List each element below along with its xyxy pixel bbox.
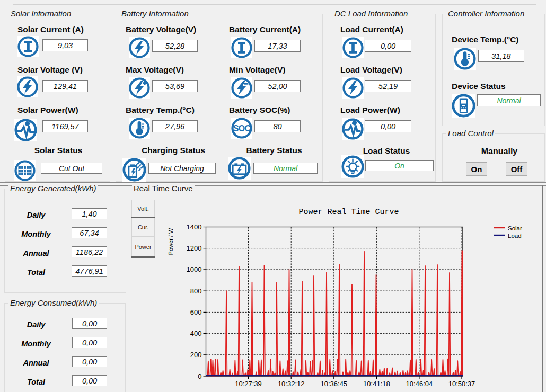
svg-text:10:50:37: 10:50:37 [448, 380, 475, 388]
svg-text:10:27:39: 10:27:39 [235, 380, 262, 388]
svg-text:Load: Load [508, 233, 522, 239]
svg-text:1000: 1000 [187, 265, 202, 273]
svg-text:10:41:18: 10:41:18 [363, 380, 390, 388]
svg-text:800: 800 [190, 287, 202, 295]
svg-text:10:46:04: 10:46:04 [406, 380, 433, 388]
svg-text:200: 200 [190, 351, 202, 359]
svg-text:Power / W: Power / W [168, 228, 174, 255]
svg-text:Solar: Solar [508, 225, 522, 231]
svg-text:10:32:12: 10:32:12 [278, 380, 305, 388]
svg-text:0: 0 [198, 372, 201, 380]
svg-text:1400: 1400 [187, 223, 202, 231]
svg-text:1200: 1200 [187, 244, 202, 252]
svg-text:400: 400 [190, 329, 202, 337]
svg-text:10:36:45: 10:36:45 [320, 380, 347, 388]
svg-text:Power Real Time Curve: Power Real Time Curve [298, 208, 399, 217]
svg-text:600: 600 [190, 308, 202, 316]
